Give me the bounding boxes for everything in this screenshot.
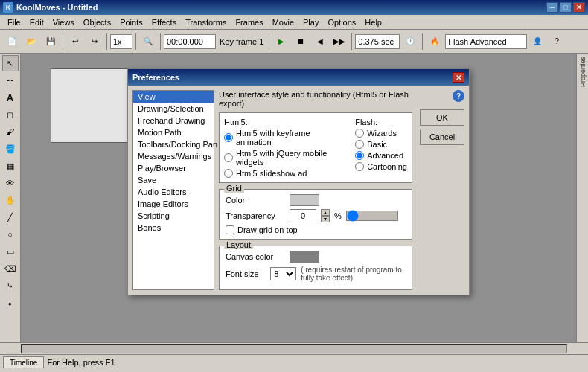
eye-tool[interactable]: 👁 [2, 175, 19, 191]
transparency-spinner: ▲ ▼ [321, 209, 330, 222]
select-tool[interactable]: ↖ [2, 55, 19, 71]
timeline-tab[interactable]: Timeline [3, 356, 44, 368]
layout-box: Layout Canvas color Font size 8 9 1 [219, 246, 412, 290]
status-bar: Timeline For Help, press F1 [0, 354, 588, 369]
flash-advanced-radio[interactable] [355, 151, 364, 160]
transparency-up[interactable]: ▲ [321, 209, 330, 216]
maximize-button[interactable]: □ [560, 2, 572, 13]
minimize-button[interactable]: ─ [546, 2, 558, 13]
nav-motion-path[interactable]: Motion Path [133, 126, 214, 138]
shape-tool[interactable]: ◻ [2, 106, 19, 123]
canvas-color-swatch[interactable] [290, 251, 319, 263]
transparency-down[interactable]: ▼ [321, 216, 330, 222]
menu-options[interactable]: Options [323, 16, 360, 28]
html5-jquery-radio[interactable] [224, 153, 233, 162]
dialog-close-button[interactable]: ✕ [453, 72, 464, 83]
menu-file[interactable]: File [3, 16, 25, 28]
rect-tool[interactable]: ▭ [2, 243, 19, 260]
menu-movie[interactable]: Movie [268, 16, 298, 28]
flash-wizards-radio[interactable] [355, 129, 364, 138]
flash-mode-input[interactable] [445, 34, 527, 49]
draw-grid-on-top-label: Draw grid on top [237, 225, 298, 234]
h-scrollbar-track[interactable] [21, 344, 567, 353]
nav-view[interactable]: View [133, 91, 214, 103]
menu-help[interactable]: Help [360, 16, 386, 28]
zoom-out-button[interactable]: 🔍 [139, 33, 157, 51]
transparency-input[interactable] [290, 209, 316, 222]
timecode-input[interactable] [164, 34, 216, 49]
flash-basic-label: Basic [367, 140, 387, 149]
flash-wizards-label: Wizards [367, 129, 397, 138]
menu-views[interactable]: Views [48, 16, 79, 28]
font-size-row: Font size 8 9 10 11 12 ( requires restar… [226, 266, 406, 282]
grid-color-swatch[interactable] [290, 194, 319, 206]
redo-button[interactable]: ↪ [86, 33, 103, 51]
flash-cartooning-radio[interactable] [355, 162, 364, 171]
user-button[interactable]: 👤 [528, 33, 546, 51]
new-button[interactable]: 📄 [3, 33, 21, 51]
nav-play-browser[interactable]: Play/Browser [133, 162, 214, 174]
nav-save[interactable]: Save [133, 174, 214, 186]
nav-bones[interactable]: Bones [133, 222, 214, 234]
html5-jquery-option[interactable]: Html5 with jQuery mobile widgets [224, 149, 340, 167]
save-button[interactable]: 💾 [42, 33, 60, 51]
draw-grid-on-top-row[interactable]: Draw grid on top [226, 225, 406, 234]
nav-image-editors[interactable]: Image Editors [133, 198, 214, 210]
hand-tool[interactable]: ✋ [2, 192, 19, 208]
play-button[interactable]: ▶ [272, 33, 290, 51]
right-panel-label: Properties [579, 54, 587, 90]
undo-button[interactable]: ↩ [66, 33, 84, 51]
clock-button[interactable]: 🕐 [401, 33, 419, 51]
fill-tool[interactable]: 🪣 [2, 141, 19, 157]
circle-tool[interactable]: ○ [2, 226, 19, 243]
flash-basic-radio[interactable] [355, 140, 364, 149]
menu-transforms[interactable]: Transforms [181, 16, 231, 28]
font-size-select[interactable]: 8 9 10 11 12 [270, 267, 296, 280]
dialog-help-button[interactable]: ? [453, 90, 464, 102]
nav-drawing-selection[interactable]: Drawing/Selection [133, 103, 214, 115]
nav-toolbars[interactable]: Toolbars/Docking Pan [133, 138, 214, 150]
toolbar-sep-6 [351, 33, 352, 50]
grid-transparency-row: Transparency ▲ ▼ % [226, 209, 406, 222]
duration-input[interactable] [355, 34, 400, 49]
html5-slideshow-option[interactable]: Html5 slideshow ad [224, 169, 340, 178]
flash-wizards-option[interactable]: Wizards [355, 129, 407, 138]
motion-tool[interactable]: ⤷ [2, 278, 19, 294]
prev-frame-button[interactable]: ◀ [311, 33, 329, 51]
node-tool[interactable]: ⊹ [2, 72, 19, 89]
flash-cartooning-option[interactable]: Cartooning [355, 162, 407, 171]
line-tool[interactable]: ╱ [2, 209, 19, 225]
open-button[interactable]: 📂 [22, 33, 40, 51]
flash-advanced-option[interactable]: Advanced [355, 151, 407, 160]
menu-play[interactable]: Play [298, 16, 323, 28]
html5-slideshow-radio[interactable] [224, 169, 233, 178]
nav-audio-editors[interactable]: Audio Editors [133, 186, 214, 198]
paint-tool[interactable]: 🖌 [2, 124, 19, 140]
eraser-tool[interactable]: ⌫ [2, 260, 19, 277]
menu-effects[interactable]: Effects [147, 16, 181, 28]
text-tool[interactable]: A [2, 89, 19, 106]
next-frame-button[interactable]: ▶▶ [330, 33, 348, 51]
nav-scripting[interactable]: Scripting [133, 210, 214, 222]
flash-basic-option[interactable]: Basic [355, 140, 407, 149]
close-button[interactable]: ✕ [573, 2, 585, 13]
cancel-button[interactable]: Cancel [420, 129, 464, 145]
menu-points[interactable]: Points [115, 16, 147, 28]
menu-frames[interactable]: Frames [231, 16, 267, 28]
html5-keyframe-radio[interactable] [224, 133, 233, 142]
flame-button[interactable]: 🔥 [426, 33, 444, 51]
zoom-input[interactable] [110, 34, 132, 49]
canvas-area: KoolMoves Preferences ✕ View Drawing/Sel… [21, 54, 576, 342]
anim-tool[interactable]: ⬥ [2, 295, 19, 311]
toolbar-help-button[interactable]: ? [548, 33, 566, 51]
html5-keyframe-option[interactable]: Html5 with keyframe animation [224, 129, 340, 147]
ok-button[interactable]: OK [420, 109, 464, 126]
menu-objects[interactable]: Objects [79, 16, 115, 28]
transparency-slider[interactable] [346, 211, 398, 221]
menu-edit[interactable]: Edit [25, 16, 48, 28]
nav-freehand-drawing[interactable]: Freehand Drawing [133, 115, 214, 126]
stop-button[interactable]: ⏹ [292, 33, 310, 51]
gradient-tool[interactable]: ▦ [2, 158, 19, 174]
nav-messages[interactable]: Messages/Warnings [133, 150, 214, 162]
draw-grid-on-top-checkbox[interactable] [226, 225, 234, 234]
